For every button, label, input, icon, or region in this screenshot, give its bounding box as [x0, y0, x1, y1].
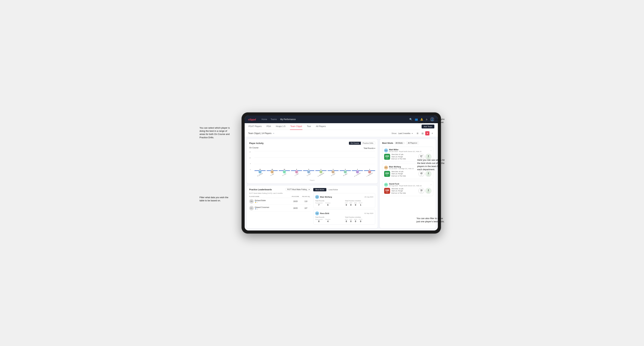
- best-shots-tabs: All Shots ▾: [394, 142, 405, 144]
- sub-nav-hcaps[interactable]: Hcaps 1-5: [276, 123, 286, 130]
- bar-group[interactable]: 4: [315, 169, 326, 170]
- tab-least-active[interactable]: Least Active: [326, 188, 340, 191]
- bar-group[interactable]: 3: [328, 169, 339, 170]
- shot-player-info: DF David Ford 24 Aug 2023 · Royal North …: [384, 183, 422, 187]
- shot-item[interactable]: DF David Ford 24 Aug 2023 · Royal North …: [382, 181, 433, 196]
- bar-group[interactable]: 2: [352, 169, 363, 170]
- active-player-avatar: RB: [315, 211, 319, 215]
- toggle-on-course[interactable]: On Course: [349, 142, 361, 145]
- shot-player-info: BM Blair McHarg 23 Jul 2023 · Ashridge G…: [384, 166, 414, 170]
- annotation-top-left: You can select which player is doing the…: [200, 126, 230, 139]
- chart-controls: On Course Total Rounds ▾: [249, 147, 375, 150]
- leaderboard-cols: PLAYER NAME PB SCORE PB AVG SQ: [249, 195, 311, 198]
- sub-nav-tour[interactable]: Tour: [306, 123, 311, 130]
- best-shots-players-dropdown[interactable]: All Players ▾: [406, 142, 419, 145]
- team-header: Team Clippd | 14 Players ✏ Show: Last 3 …: [245, 130, 438, 137]
- main-content: Player Activity On Course Practice Drill…: [245, 137, 438, 230]
- x-label-group: BM B. McHarg: [254, 170, 266, 179]
- active-player-name: Blair McHarg: [320, 196, 332, 198]
- practice-header: Practice Leaderboards PUTT Must Make Put…: [249, 188, 311, 191]
- leaderboard-row[interactable]: RB Richard Butler 🥇 1 19/20 110: [249, 198, 311, 205]
- player-avatar: MM: [344, 170, 347, 173]
- shot-items-container: MM Matt Miller 09 Jun 2023 · Royal North…: [382, 147, 433, 196]
- view-icon-grid[interactable]: ⊞: [416, 131, 420, 135]
- players-dropdown-chevron: ▾: [416, 142, 417, 144]
- time-period-select[interactable]: Last 3 months: [398, 132, 410, 134]
- active-date: 26 Aug 2023: [364, 196, 373, 198]
- tab-all-shots[interactable]: All Shots: [394, 142, 404, 144]
- search-icon[interactable]: 🔍: [409, 118, 412, 121]
- x-label-group: RBu R. Butler: [328, 170, 339, 179]
- shot-score-badge: 200 SG: [384, 154, 390, 160]
- x-label-group: MM M. Miller: [340, 170, 351, 179]
- bar-group[interactable]: 13: [254, 169, 266, 170]
- activity-toggle-group: On Course Practice Drills: [349, 142, 375, 145]
- bar-group[interactable]: 12: [267, 169, 278, 170]
- top-nav: clippd Home Teams My Performance 🔍 👥 🔔 ⊕…: [245, 116, 438, 123]
- add-team-button[interactable]: Add Team: [422, 125, 434, 128]
- shot-chevron-icon: ›: [431, 149, 432, 152]
- practice-dropdown-chevron: ▾: [309, 188, 310, 190]
- dropdown-chevron-icon: ▾: [374, 147, 375, 149]
- sub-nav-team-clippd[interactable]: Team Clippd: [290, 123, 302, 130]
- bar-group[interactable]: 3: [340, 169, 351, 170]
- bar-group[interactable]: 5: [303, 169, 314, 170]
- shot-player-info: MM Matt Miller 09 Jun 2023 · Royal North…: [384, 149, 422, 152]
- player-avatar: EE: [307, 170, 310, 173]
- chart-dropdown[interactable]: Total Rounds ▾: [364, 147, 375, 149]
- pb-score: 18/20: [290, 207, 301, 209]
- annotation-middle-right: Here you can see who's hit the best shot…: [417, 159, 444, 171]
- most-active-section: Most Active Least Active BM Blair McHarg…: [313, 188, 375, 226]
- nav-link-teams[interactable]: Teams: [270, 117, 277, 121]
- sub-nav-pgat[interactable]: PGAT Players: [248, 123, 262, 130]
- users-icon[interactable]: 👥: [415, 118, 418, 121]
- view-icon-heart[interactable]: ♥: [425, 131, 430, 135]
- active-players-container: BM Blair McHarg 26 Aug 2023 Total Rounds…: [313, 193, 375, 224]
- x-label-group: OB O. Billingham: [315, 170, 326, 179]
- page-wrapper: You can select which player is doing the…: [200, 112, 444, 234]
- view-icon-sliders[interactable]: ≡: [430, 131, 434, 135]
- active-player-item[interactable]: RB Rees Britt 02 Sep 2023 Total Rounds T…: [313, 209, 375, 224]
- shot-chevron-icon: ›: [431, 183, 432, 186]
- edit-icon[interactable]: ✏: [273, 132, 274, 135]
- bars-area: 13 12 10 9 5 4 3 3: [254, 151, 375, 170]
- tab-most-active[interactable]: Most Active: [313, 188, 326, 191]
- sub-nav-pga[interactable]: PGA: [266, 123, 271, 130]
- player-course: 24 Aug 2023 · Royal North Devon GC, Hole…: [389, 185, 422, 187]
- player-avatar-sm: MM: [384, 149, 388, 152]
- x-label-group: DF D. Ford: [279, 170, 290, 179]
- bar-group[interactable]: 10: [279, 169, 290, 170]
- show-label: Show:: [392, 132, 397, 134]
- practice-card: Practice Leaderboards PUTT Must Make Put…: [247, 185, 378, 228]
- leaderboard-rows: RB Richard Butler 🥇 1 19/20 110 EC Edwar…: [249, 198, 311, 212]
- shot-details-row: 200 SG Shot Dist: 43 yds Start Lie: Roug…: [384, 171, 432, 177]
- leaderboard-row[interactable]: EC Edward Crossman 🥈 2 18/20 107: [249, 205, 311, 212]
- shot-score-badge: 200 SG: [384, 171, 390, 177]
- x-label-group: JC J. Coles: [291, 170, 302, 179]
- best-shots-card: Best Shots All Shots ▾ All Players ▾ M: [380, 139, 436, 228]
- annotation-bottom-right: You can also filter to show just one pla…: [416, 217, 444, 223]
- shot-player-row: DF David Ford 24 Aug 2023 · Royal North …: [384, 183, 432, 187]
- player-course: 09 Jun 2023 · Royal North Devon GC, Hole…: [389, 151, 422, 152]
- annotation-top-right: Choose the timescale you wish to see the…: [418, 118, 444, 124]
- practice-dropdown[interactable]: PUTT Must Make Putting... ▾: [286, 188, 311, 191]
- sub-nav-all-players[interactable]: All Players: [316, 123, 326, 130]
- bar-group[interactable]: 2: [364, 169, 375, 170]
- team-title: Team Clippd | 14 Players: [248, 132, 272, 135]
- x-label-group: LR L. Robertson: [364, 170, 375, 179]
- practice-title: Practice Leaderboards: [249, 188, 272, 191]
- practice-leaderboards: Practice Leaderboards PUTT Must Make Put…: [249, 188, 311, 226]
- player-row-name: Edward Crossman: [255, 206, 269, 208]
- toggle-practice[interactable]: Practice Drills: [361, 142, 375, 145]
- bar-group[interactable]: 9: [291, 169, 302, 170]
- view-icon-list[interactable]: ▤: [420, 131, 424, 135]
- stat-circle-dist: 43 yds: [418, 171, 424, 177]
- active-player-item[interactable]: BM Blair McHarg 26 Aug 2023 Total Rounds…: [313, 193, 375, 208]
- nav-brand: clippd: [248, 118, 256, 121]
- y-axis: 15 10 5 0: [249, 151, 252, 170]
- player-row-name: Richard Butler: [255, 199, 266, 201]
- best-shots-title: Best Shots: [382, 142, 393, 144]
- nav-link-performance[interactable]: My Performance: [280, 117, 296, 121]
- activity-card: Player Activity On Course Practice Drill…: [247, 139, 378, 183]
- nav-link-home[interactable]: Home: [262, 117, 267, 121]
